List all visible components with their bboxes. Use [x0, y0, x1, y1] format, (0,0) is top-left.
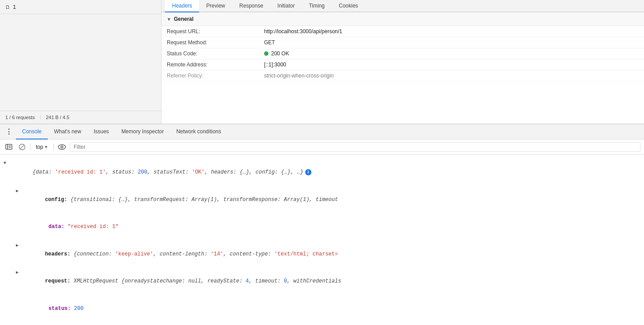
tab-cookies[interactable]: Cookies: [332, 0, 365, 12]
size-stat: 241 B / 4.5: [41, 115, 75, 120]
console-toolbar: top ▼: [0, 139, 644, 155]
clear-console-button[interactable]: [17, 142, 27, 152]
data-line: data: "received id: 1": [23, 214, 119, 240]
toolbar-divider-2: [54, 143, 54, 151]
sidebar-toggle-icon: [5, 144, 12, 150]
console-entry-config: ▶ config: {transitional: {…}, transformR…: [0, 186, 644, 214]
tab-headers[interactable]: Headers: [165, 0, 199, 12]
network-tabs: Headers Preview Response Initiator Timin…: [161, 0, 644, 12]
tab-console[interactable]: Console: [16, 124, 48, 139]
value-request-url: http://localhost:3000/api/person/1: [264, 28, 342, 35]
label-request-method: Request Method:: [167, 39, 264, 46]
tab-initiator[interactable]: Initiator: [270, 0, 302, 12]
eye-icon: [58, 144, 66, 150]
config-line: config: {transitional: {…}, transformReq…: [19, 187, 338, 213]
tab-network-conditions[interactable]: Network conditions: [170, 124, 227, 139]
main-object-line: {data: 'received id: 1', status: 200, st…: [7, 160, 311, 186]
context-selector[interactable]: top ▼: [33, 143, 51, 151]
main-expand-arrow[interactable]: ▼: [4, 161, 6, 166]
tab-response[interactable]: Response: [232, 0, 270, 12]
info-badge: i: [305, 169, 311, 175]
value-request-method: GET: [264, 39, 275, 46]
config-expand-arrow[interactable]: ▶: [16, 188, 19, 193]
request-expand-arrow[interactable]: ▶: [16, 270, 19, 275]
svg-point-7: [61, 146, 63, 148]
headers-expand-arrow[interactable]: ▶: [16, 243, 19, 248]
label-remote-address: Remote Address:: [167, 62, 264, 68]
console-entry-main: ▼ {data: 'received id: 1', status: 200, …: [0, 158, 644, 186]
context-label: top: [36, 144, 43, 150]
requests-stat: 1 / 6 requests: [0, 115, 41, 120]
request-line: request: XMLHttpRequest {onreadystatecha…: [19, 269, 341, 294]
detail-row-status: Status Code: 200 OK: [161, 48, 644, 59]
console-entry-statustext: statusText: "OK": [0, 322, 644, 325]
statustext-line: statusText: "OK": [23, 323, 100, 325]
clear-icon: [19, 143, 26, 151]
file-name: 1: [13, 4, 16, 10]
value-referrer-policy: strict-origin-when-cross-origin: [264, 73, 334, 79]
label-request-url: Request URL:: [167, 28, 264, 35]
left-panel-body: [0, 14, 161, 111]
toolbar-divider: [30, 143, 31, 151]
console-entry-data: data: "received id: 1": [0, 213, 644, 241]
right-panel: Headers Preview Response Initiator Timin…: [161, 0, 644, 124]
filter-input[interactable]: [70, 142, 640, 152]
svg-rect-0: [6, 144, 12, 149]
svg-point-6: [58, 144, 65, 149]
detail-row-remote: Remote Address: [::1]:3000: [161, 59, 644, 70]
svg-line-5: [20, 145, 24, 149]
eye-button[interactable]: [57, 142, 67, 152]
console-entry-request: ▶ request: XMLHttpRequest {onreadystatec…: [0, 268, 644, 295]
label-referrer-policy: Referrer Policy:: [167, 73, 264, 79]
sidebar-toggle-button[interactable]: [4, 142, 14, 152]
general-title: General: [174, 16, 194, 22]
label-status-code: Status Code:: [167, 50, 264, 57]
headers-line: headers: {connection: 'keep-alive', cont…: [19, 242, 338, 267]
value-status-code: 200 OK: [264, 50, 289, 57]
detail-row-referrer: Referrer Policy: strict-origin-when-cros…: [161, 70, 644, 81]
left-panel: 🗋 1 1 / 6 requests 241 B / 4.5: [0, 0, 161, 124]
general-section-header[interactable]: ▼ General: [161, 12, 644, 26]
detail-row-method: Request Method: GET: [161, 37, 644, 48]
tab-issues[interactable]: Issues: [88, 124, 115, 139]
tab-preview[interactable]: Preview: [199, 0, 232, 12]
tab-memory-inspector[interactable]: Memory Inspector: [115, 124, 170, 139]
detail-row-url: Request URL: http://localhost:3000/api/p…: [161, 26, 644, 37]
general-section: ▼ General Request URL: http://localhost:…: [161, 12, 644, 81]
bottom-section: ⋮ Console What's new Issues Memory Inspe…: [0, 124, 644, 325]
tab-whats-new[interactable]: What's new: [48, 124, 88, 139]
more-tabs-button[interactable]: ⋮: [2, 126, 16, 138]
triangle-icon: ▼: [167, 17, 171, 22]
console-entry-headers: ▶ headers: {connection: 'keep-alive', co…: [0, 241, 644, 268]
value-remote-address: [::1]:3000: [264, 62, 286, 68]
request-stats: 1 / 6 requests 241 B / 4.5: [0, 111, 161, 124]
console-tabs: ⋮ Console What's new Issues Memory Inspe…: [0, 124, 644, 139]
file-icon: 🗋: [5, 4, 10, 10]
tab-timing[interactable]: Timing: [302, 0, 332, 12]
status-line: status: 200: [23, 296, 84, 322]
left-panel-header: 🗋 1: [0, 0, 161, 14]
console-entry-status: status: 200: [0, 295, 644, 323]
console-output: ▼ {data: 'received id: 1', status: 200, …: [0, 155, 644, 325]
status-dot-green: [264, 51, 268, 56]
dropdown-arrow-icon: ▼: [44, 145, 48, 149]
